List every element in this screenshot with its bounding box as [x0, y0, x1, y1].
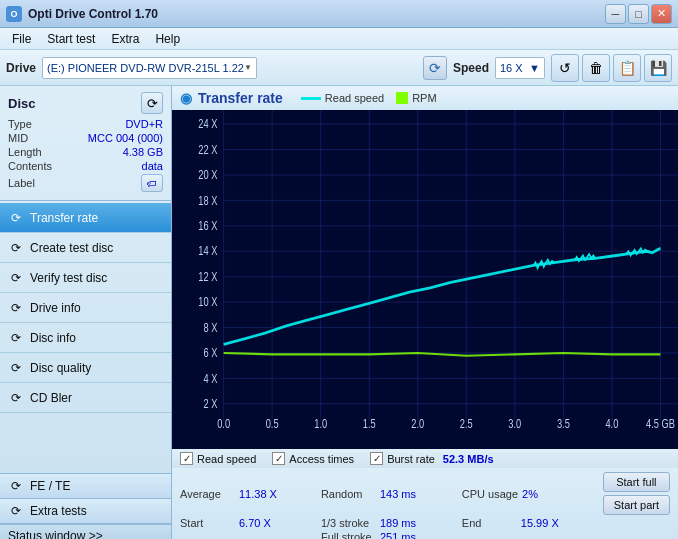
nav-create-test-disc-label: Create test disc: [30, 241, 113, 255]
svg-text:4.0: 4.0: [605, 416, 618, 430]
reload-button[interactable]: ⟳: [423, 56, 447, 80]
nav-disc-quality-label: Disc quality: [30, 361, 91, 375]
start-value: 6.70 X: [239, 517, 271, 529]
read-speed-checkbox[interactable]: ✓ Read speed: [180, 452, 256, 465]
nav-transfer-rate[interactable]: ⟳ Transfer rate: [0, 203, 171, 233]
drive-combo[interactable]: (E:) PIONEER DVD-RW DVR-215L 1.22 ▼: [42, 57, 257, 79]
verify-test-disc-icon: ⟳: [8, 270, 24, 286]
minimize-button[interactable]: ─: [605, 4, 626, 24]
app-icon: O: [6, 6, 22, 22]
menu-extra[interactable]: Extra: [103, 30, 147, 48]
start-row: Start 6.70 X: [180, 517, 313, 529]
main-content: Disc ⟳ Type DVD+R MID MCC 004 (000) Leng…: [0, 86, 678, 539]
transfer-rate-icon: ⟳: [8, 210, 24, 226]
burst-rate-checkbox-box[interactable]: ✓: [370, 452, 383, 465]
erase-button[interactable]: 🗑: [582, 54, 610, 82]
nav-verify-test-disc[interactable]: ⟳ Verify test disc: [0, 263, 171, 293]
maximize-button[interactable]: □: [628, 4, 649, 24]
nav-disc-info-label: Disc info: [30, 331, 76, 345]
disc-type-label: Type: [8, 118, 32, 130]
svg-text:6 X: 6 X: [203, 346, 217, 360]
stroke-1-3-value: 189 ms: [380, 517, 416, 529]
nav-extra-tests[interactable]: ⟳ Extra tests: [0, 499, 171, 524]
window-title: Opti Drive Control 1.70: [28, 7, 158, 21]
menu-help[interactable]: Help: [147, 30, 188, 48]
average-row: Average 11.38 X: [180, 472, 313, 515]
nav-disc-quality[interactable]: ⟳ Disc quality: [0, 353, 171, 383]
average-label: Average: [180, 488, 235, 500]
svg-text:4.5 GB: 4.5 GB: [646, 416, 675, 430]
nav-cd-bler[interactable]: ⟳ CD Bler: [0, 383, 171, 413]
status-window-button[interactable]: Status window >>: [0, 524, 171, 539]
nav-drive-info[interactable]: ⟳ Drive info: [0, 293, 171, 323]
close-button[interactable]: ✕: [651, 4, 672, 24]
read-speed-checkbox-box[interactable]: ✓: [180, 452, 193, 465]
title-bar: O Opti Drive Control 1.70 ─ □ ✕: [0, 0, 678, 28]
drive-label: Drive: [6, 61, 36, 75]
disc-header: Disc ⟳: [8, 92, 163, 114]
burst-rate-value: 52.3 MB/s: [443, 453, 494, 465]
chart-title-icon: ◉: [180, 90, 192, 106]
svg-text:1.5: 1.5: [363, 416, 376, 430]
speed-combo[interactable]: 16 X ▼: [495, 57, 545, 79]
access-times-checkbox[interactable]: ✓ Access times: [272, 452, 354, 465]
disc-label-button[interactable]: 🏷: [141, 174, 163, 192]
copy-button[interactable]: 📋: [613, 54, 641, 82]
start-label: Start: [180, 517, 235, 529]
stats-buttons: Start full Start part: [603, 472, 670, 515]
nav-disc-info[interactable]: ⟳ Disc info: [0, 323, 171, 353]
disc-label-label: Label: [8, 177, 35, 189]
content-area: Disc ⟳ Type DVD+R MID MCC 004 (000) Leng…: [0, 86, 678, 539]
disc-info-icon: ⟳: [8, 330, 24, 346]
disc-mid-value: MCC 004 (000): [88, 132, 163, 144]
chart-header: ◉ Transfer rate Read speed RPM: [172, 86, 678, 110]
svg-text:0.5: 0.5: [266, 416, 279, 430]
burst-rate-checkbox[interactable]: ✓ Burst rate 52.3 MB/s: [370, 452, 493, 465]
toolbar: Drive (E:) PIONEER DVD-RW DVR-215L 1.22 …: [0, 50, 678, 86]
nav-create-test-disc[interactable]: ⟳ Create test disc: [0, 233, 171, 263]
svg-text:16 X: 16 X: [198, 219, 218, 233]
svg-text:2.0: 2.0: [411, 416, 424, 430]
disc-contents-value: data: [142, 160, 163, 172]
disc-refresh-button[interactable]: ⟳: [141, 92, 163, 114]
disc-mid-row: MID MCC 004 (000): [8, 132, 163, 144]
drive-select-area: (E:) PIONEER DVD-RW DVR-215L 1.22 ▼: [42, 57, 417, 79]
start-part-button[interactable]: Start part: [603, 495, 670, 515]
full-stroke-label: Full stroke: [321, 531, 376, 539]
svg-text:24 X: 24 X: [198, 117, 218, 131]
menu-start-test[interactable]: Start test: [39, 30, 103, 48]
nav-fe-te[interactable]: ⟳ FE / TE: [0, 474, 171, 499]
nav-fe-te-label: FE / TE: [30, 479, 70, 493]
left-bottom: ⟳ FE / TE ⟳ Extra tests Status window >>: [0, 473, 171, 539]
svg-text:2.5: 2.5: [460, 416, 473, 430]
access-times-checkbox-box[interactable]: ✓: [272, 452, 285, 465]
refresh-drive-button[interactable]: ↺: [551, 54, 579, 82]
end-row2: [180, 531, 313, 539]
disc-length-value: 4.38 GB: [123, 146, 163, 158]
disc-length-label: Length: [8, 146, 42, 158]
svg-text:22 X: 22 X: [198, 142, 218, 156]
toolbar-icons: ↺ 🗑 📋 💾: [551, 54, 672, 82]
legend-rpm-label: RPM: [412, 92, 436, 104]
svg-text:0.0: 0.0: [217, 416, 230, 430]
disc-contents-label: Contents: [8, 160, 52, 172]
legend-read-label: Read speed: [325, 92, 384, 104]
legend-read-speed: Read speed: [301, 92, 384, 104]
read-speed-checkbox-label: Read speed: [197, 453, 256, 465]
legend-rpm: RPM: [396, 92, 436, 104]
disc-contents-row: Contents data: [8, 160, 163, 172]
disc-label-row: Label 🏷: [8, 174, 163, 192]
svg-text:3.5: 3.5: [557, 416, 570, 430]
legend-rpm-color: [396, 92, 408, 104]
chart-area: 24 X 22 X 20 X 18 X 16 X 14 X 12 X 10 X …: [172, 110, 678, 449]
menu-file[interactable]: File: [4, 30, 39, 48]
cd-bler-icon: ⟳: [8, 390, 24, 406]
create-test-disc-icon: ⟳: [8, 240, 24, 256]
random-row: Random 143 ms: [321, 472, 454, 515]
save-button[interactable]: 💾: [644, 54, 672, 82]
stats-area: Average 11.38 X Random 143 ms CPU usage …: [172, 468, 678, 539]
access-times-checkbox-label: Access times: [289, 453, 354, 465]
nav-transfer-rate-label: Transfer rate: [30, 211, 98, 225]
start-full-button[interactable]: Start full: [603, 472, 670, 492]
svg-text:8 X: 8 X: [203, 320, 217, 334]
